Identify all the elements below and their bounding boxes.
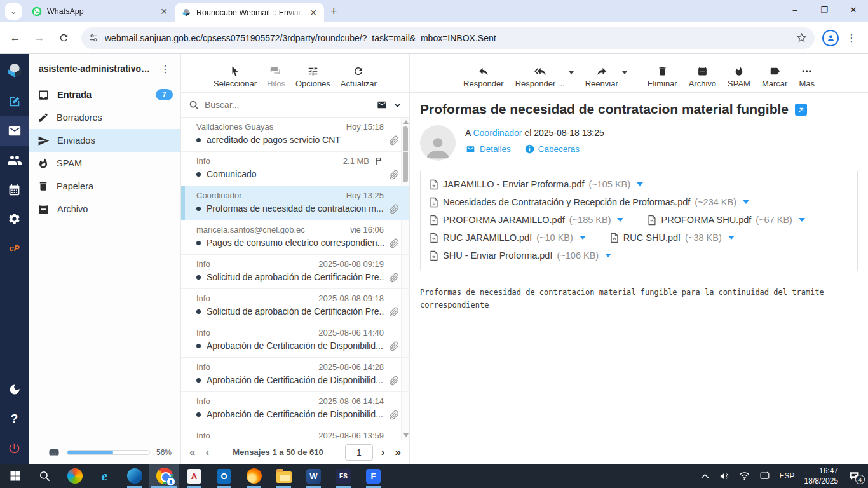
delete-button[interactable]: Eliminar [648,65,677,88]
rail-logout-button[interactable] [0,433,29,463]
roundcube-logo[interactable] [0,54,29,87]
folder-borradores[interactable]: Borradores [29,106,180,129]
search-input[interactable] [205,100,370,110]
browser-menu-icon[interactable]: ⋮ [843,32,860,44]
open-in-new-window-icon[interactable] [795,104,807,116]
attachment-item[interactable]: JARAMILLO - Enviar Proforma.pdf (~105 KB… [430,175,643,193]
attachment-item[interactable]: SHU - Enviar Proforma.pdf (~106 KB) [430,247,611,264]
bookmark-star-icon[interactable] [796,32,807,43]
attachment-dropdown-caret[interactable] [728,236,735,240]
attachment-item[interactable]: PROFORMA JARAMILLO.pdf (~185 KB) [430,211,623,229]
rail-mail-button[interactable] [0,116,29,146]
url-text[interactable]: webmail.sanjuan.gob.ec/cpsess0751905572/… [105,33,790,43]
rail-settings-button[interactable] [0,204,29,233]
attachment-item[interactable]: RUC JARAMILLO.pdf (~10 KB) [430,229,586,247]
taskbar-flow-button[interactable]: F [358,464,388,488]
headers-toggle[interactable]: Cabeceras [525,144,580,154]
folder-entrada[interactable]: Entrada 7 [29,83,180,106]
attachment-name[interactable]: PROFORMA SHU.pdf [661,215,751,225]
last-page-button[interactable]: » [393,446,403,459]
spam-button[interactable]: SPAM [728,65,750,88]
folder-enviados[interactable]: Enviados [29,129,180,152]
message-list-item[interactable]: Info 2025-08-06 13:59 [181,426,409,440]
window-close-button[interactable]: ✕ [839,0,868,19]
taskbar-outlook-button[interactable]: O [209,464,239,488]
rail-cpanel-button[interactable]: cP [0,233,29,262]
message-list-item[interactable]: Info 2025-08-06 14:40 Aprobación de Cert… [181,323,409,358]
window-minimize-button[interactable]: – [780,0,810,19]
taskbar-start-button[interactable] [0,464,30,488]
message-list-item[interactable]: maricela.santos@cnel.gob.ec vie 16:06 Pa… [181,220,409,255]
message-list-item[interactable]: Info 2025-08-06 14:14 Aprobación de Cert… [181,392,409,426]
details-toggle[interactable]: Detalles [465,144,511,154]
message-list-item[interactable]: Info 2025-08-08 09:18 Solicitud de aprob… [181,289,409,323]
folder-spam[interactable]: SPAM [29,152,180,175]
search-scope-mail-icon[interactable] [376,100,388,110]
cast-icon[interactable] [759,471,770,480]
volume-icon[interactable] [719,471,729,481]
tab-close-icon[interactable]: ✕ [158,6,170,17]
page-number-input[interactable] [345,444,373,461]
search-options-chevron-icon[interactable] [393,101,402,109]
select-button[interactable]: Seleccionar [214,65,257,88]
rail-darkmode-button[interactable] [0,375,29,404]
reply-all-dropdown-caret[interactable] [569,71,574,74]
next-page-button[interactable]: › [379,446,387,459]
more-button[interactable]: Más [799,65,815,88]
wifi-icon[interactable] [739,471,750,480]
folder-archivo[interactable]: Archivo [29,198,180,220]
site-settings-icon[interactable] [89,33,98,43]
attachment-item[interactable]: Necesidades de Contratación y Recepción … [430,193,749,211]
tab-search-chevron-icon[interactable]: ⌄ [5,3,22,20]
attachment-item[interactable]: PROFORMA SHU.pdf (~67 KB) [648,211,804,229]
attachment-dropdown-caret[interactable] [605,254,611,257]
attachment-dropdown-caret[interactable] [799,218,805,222]
language-indicator[interactable]: ESP [780,471,795,480]
attachment-dropdown-caret[interactable] [617,218,623,222]
taskbar-edge-button[interactable] [119,464,149,488]
message-list-item[interactable]: Info 2.1 MB Comunicado [181,152,409,186]
tab-close-icon[interactable]: ✕ [308,8,319,18]
attachment-name[interactable]: RUC SHU.pdf [623,233,681,243]
message-list-item[interactable]: Coordinador Hoy 13:25 Proformas de neces… [181,186,409,220]
new-tab-button[interactable]: + [324,5,345,22]
back-button[interactable]: ← [5,28,25,48]
refresh-button[interactable]: Actualizar [341,65,377,88]
taskbar-firefox-button[interactable] [239,464,269,488]
rail-compose-button[interactable] [0,87,29,116]
prev-page-button[interactable]: ‹ [203,446,211,459]
account-menu-icon[interactable]: ⋮ [156,63,174,75]
taskbar-internet-explorer-button[interactable]: e [90,464,119,488]
rail-help-button[interactable]: ? [0,404,29,433]
forward-button[interactable]: Reenviar [585,65,618,88]
attachment-name[interactable]: Necesidades de Contratación y Recepción … [443,197,690,207]
attachment-name[interactable]: PROFORMA JARAMILLO.pdf [443,215,565,225]
taskbar-word-button[interactable]: W [299,464,329,488]
rail-calendar-button[interactable] [0,175,29,204]
archive-button[interactable]: Archivo [689,65,716,88]
message-list-item[interactable]: Validaciones Guayas Hoy 15:18 acreditado… [181,118,409,152]
attachment-dropdown-caret[interactable] [743,200,749,204]
message-list-item[interactable]: Info 2025-08-08 09:19 Solicitud de aprob… [181,255,409,289]
forward-dropdown-caret[interactable] [622,71,627,74]
attachment-dropdown-caret[interactable] [580,236,586,240]
browser-profile-icon[interactable] [822,30,839,46]
mark-button[interactable]: Marcar [762,65,787,88]
message-list-item[interactable]: Info 2025-08-06 14:28 Aprobación de Cert… [181,358,409,392]
options-button[interactable]: Opciones [295,65,330,88]
reply-button[interactable]: Responder [463,65,504,88]
notification-center-button[interactable]: 4 [848,470,860,482]
taskbar-acrobat-button[interactable]: A [179,464,209,488]
tab-roundcube[interactable]: Roundcube Webmail :: Enviados ✕ [175,3,324,22]
reply-all-button[interactable]: Responder ... [515,65,565,88]
taskbar-faststone-button[interactable]: FS [329,464,358,488]
recipient-link[interactable]: Coordinador [473,128,522,138]
taskbar-file-explorer-button[interactable] [269,464,299,488]
tray-expand-chevron-icon[interactable] [701,473,709,479]
taskbar-copilot-button[interactable] [60,464,90,488]
forward-button[interactable]: → [29,28,50,48]
attachment-name[interactable]: JARAMILLO - Enviar Proforma.pdf [443,179,584,189]
url-bar[interactable]: webmail.sanjuan.gob.ec/cpsess0751905572/… [81,27,815,49]
reload-button[interactable] [53,28,74,48]
attachment-item[interactable]: RUC SHU.pdf (~38 KB) [610,229,735,247]
